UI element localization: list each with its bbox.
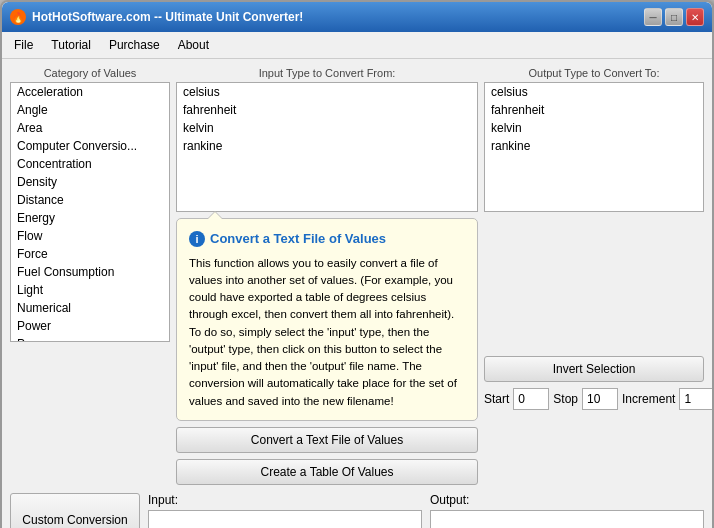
input-type-item[interactable]: celsius bbox=[177, 83, 477, 101]
input-section: Input: bbox=[148, 493, 422, 528]
menu-purchase[interactable]: Purchase bbox=[101, 35, 168, 55]
menu-file[interactable]: File bbox=[6, 35, 41, 55]
stop-input[interactable] bbox=[582, 388, 618, 410]
output-type-list[interactable]: celsiusfahrenheitkelvinrankine bbox=[484, 82, 704, 212]
category-item[interactable]: Power bbox=[11, 317, 169, 335]
minimize-button[interactable]: ─ bbox=[644, 8, 662, 26]
increment-label: Increment bbox=[622, 392, 675, 406]
bottom-buttons-2: Create a Table Of Values bbox=[176, 459, 478, 485]
input-type-item[interactable]: fahrenheit bbox=[177, 101, 477, 119]
output-type-item[interactable]: celsius bbox=[485, 83, 703, 101]
output-panel: Output Type to Convert To: celsiusfahren… bbox=[484, 67, 704, 485]
input-type-list[interactable]: celsiusfahrenheitkelvinrankine bbox=[176, 82, 478, 212]
category-item[interactable]: Flow bbox=[11, 227, 169, 245]
category-item[interactable]: Acceleration bbox=[11, 83, 169, 101]
tooltip-title-text: Convert a Text File of Values bbox=[210, 229, 386, 249]
category-item[interactable]: Light bbox=[11, 281, 169, 299]
output-type-item[interactable]: kelvin bbox=[485, 119, 703, 137]
output-field[interactable] bbox=[430, 510, 704, 528]
tooltip-title: i Convert a Text File of Values bbox=[189, 229, 465, 249]
invert-selection-button[interactable]: Invert Selection bbox=[484, 356, 704, 382]
category-item[interactable]: Distance bbox=[11, 191, 169, 209]
output-field-label: Output: bbox=[430, 493, 704, 507]
content-area: Category of Values AccelerationAngleArea… bbox=[2, 59, 712, 528]
tooltip-bubble: i Convert a Text File of Values This fun… bbox=[176, 218, 478, 421]
title-bar: 🔥 HotHotSoftware.com -- Ultimate Unit Co… bbox=[2, 2, 712, 32]
tooltip-text: This function allows you to easily conve… bbox=[189, 255, 465, 410]
start-input[interactable] bbox=[513, 388, 549, 410]
input-type-label: Input Type to Convert From: bbox=[176, 67, 478, 79]
bottom-buttons: Convert a Text File of Values bbox=[176, 427, 478, 453]
category-panel: Category of Values AccelerationAngleArea… bbox=[10, 67, 170, 485]
start-label: Start bbox=[484, 392, 509, 406]
input-type-item[interactable]: kelvin bbox=[177, 119, 477, 137]
convert-text-file-button[interactable]: Convert a Text File of Values bbox=[176, 427, 478, 453]
output-section: Output: bbox=[430, 493, 704, 528]
info-icon: i bbox=[189, 231, 205, 247]
start-stop-row: Start Stop Increment bbox=[484, 388, 704, 410]
output-type-label: Output Type to Convert To: bbox=[484, 67, 704, 79]
category-list[interactable]: AccelerationAngleAreaComputer Conversio.… bbox=[10, 82, 170, 342]
title-bar-left: 🔥 HotHotSoftware.com -- Ultimate Unit Co… bbox=[10, 9, 303, 25]
category-item[interactable]: Energy bbox=[11, 209, 169, 227]
category-item[interactable]: Force bbox=[11, 245, 169, 263]
output-type-item[interactable]: fahrenheit bbox=[485, 101, 703, 119]
input-type-item[interactable]: rankine bbox=[177, 137, 477, 155]
category-label: Category of Values bbox=[10, 67, 170, 79]
category-item[interactable]: Concentration bbox=[11, 155, 169, 173]
category-item[interactable]: Area bbox=[11, 119, 169, 137]
category-item[interactable]: Fuel Consumption bbox=[11, 263, 169, 281]
increment-input[interactable] bbox=[679, 388, 714, 410]
spacer bbox=[484, 212, 704, 350]
window-controls: ─ □ ✕ bbox=[644, 8, 704, 26]
category-item[interactable]: Numerical bbox=[11, 299, 169, 317]
close-button[interactable]: ✕ bbox=[686, 8, 704, 26]
main-area: Category of Values AccelerationAngleArea… bbox=[10, 67, 704, 485]
create-table-button[interactable]: Create a Table Of Values bbox=[176, 459, 478, 485]
category-item[interactable]: Pressure bbox=[11, 335, 169, 342]
bottom-section: Custom Conversion Input: Output: bbox=[10, 493, 704, 528]
app-icon: 🔥 bbox=[10, 9, 26, 25]
menu-about[interactable]: About bbox=[170, 35, 217, 55]
stop-label: Stop bbox=[553, 392, 578, 406]
invert-buttons: Invert Selection bbox=[484, 356, 704, 382]
input-field-label: Input: bbox=[148, 493, 422, 507]
input-field[interactable] bbox=[148, 510, 422, 528]
menu-bar: File Tutorial Purchase About bbox=[2, 32, 712, 59]
input-panel: Input Type to Convert From: celsiusfahre… bbox=[176, 67, 478, 485]
window-title: HotHotSoftware.com -- Ultimate Unit Conv… bbox=[32, 10, 303, 24]
category-item[interactable]: Angle bbox=[11, 101, 169, 119]
custom-conversion-button[interactable]: Custom Conversion bbox=[10, 493, 140, 528]
category-item[interactable]: Density bbox=[11, 173, 169, 191]
output-type-item[interactable]: rankine bbox=[485, 137, 703, 155]
main-window: 🔥 HotHotSoftware.com -- Ultimate Unit Co… bbox=[0, 0, 714, 528]
maximize-button[interactable]: □ bbox=[665, 8, 683, 26]
menu-tutorial[interactable]: Tutorial bbox=[43, 35, 99, 55]
category-item[interactable]: Computer Conversio... bbox=[11, 137, 169, 155]
